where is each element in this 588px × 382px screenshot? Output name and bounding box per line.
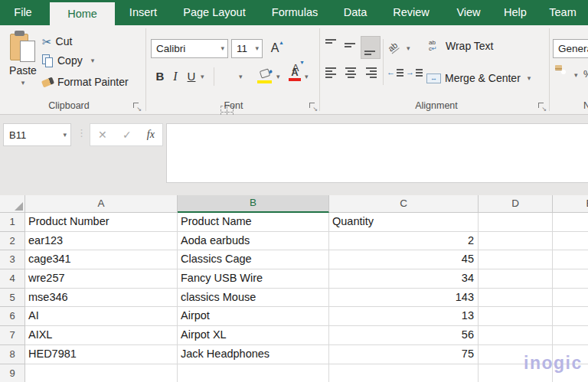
- bold-button[interactable]: B: [153, 67, 167, 86]
- underline-button[interactable]: U: [185, 67, 198, 86]
- fill-color-dropdown-arrow[interactable]: ▾: [276, 73, 280, 80]
- cell-d3[interactable]: [479, 250, 553, 269]
- cell-b1[interactable]: Product Name: [178, 213, 329, 232]
- cell-d1[interactable]: [479, 213, 553, 232]
- tab-file[interactable]: File: [14, 0, 31, 25]
- clipboard-dialog-launcher-icon[interactable]: ↘: [133, 103, 141, 110]
- cell-c7[interactable]: 56: [329, 326, 479, 345]
- cut-button[interactable]: ✂ Cut: [42, 33, 72, 50]
- tab-team[interactable]: Team: [549, 0, 576, 25]
- row-header[interactable]: 9: [0, 364, 25, 382]
- cell-e3[interactable]: [553, 250, 588, 269]
- column-header-e[interactable]: E: [553, 195, 588, 213]
- column-header-d[interactable]: D: [479, 195, 553, 213]
- cell-e2[interactable]: [553, 232, 588, 251]
- cell-d4[interactable]: [479, 269, 553, 289]
- font-name-combobox[interactable]: Calibri ▾: [151, 39, 228, 58]
- paste-button[interactable]: Paste ▾: [5, 31, 41, 95]
- row-header[interactable]: 1: [0, 213, 25, 232]
- column-header-c[interactable]: C: [329, 195, 479, 213]
- font-name-dropdown-arrow[interactable]: ▾: [217, 45, 227, 52]
- tab-page-layout[interactable]: Page Layout: [183, 0, 245, 25]
- cell-b4[interactable]: Fancy USB Wire: [178, 269, 329, 289]
- row-header[interactable]: 8: [0, 345, 25, 364]
- cell-c5[interactable]: 143: [329, 289, 479, 308]
- cell-d7[interactable]: [479, 326, 553, 345]
- tab-data[interactable]: Data: [344, 0, 368, 25]
- font-size-dropdown-arrow[interactable]: ▾: [252, 45, 262, 52]
- bottom-align-button-selected[interactable]: [361, 36, 381, 59]
- align-right-icon[interactable]: [364, 67, 377, 78]
- paste-dropdown-arrow[interactable]: ▾: [5, 80, 41, 87]
- row-header[interactable]: 5: [0, 289, 25, 308]
- column-header-b-selected[interactable]: B: [178, 195, 329, 213]
- copy-button[interactable]: Copy ▾: [42, 52, 94, 69]
- wrap-text-button[interactable]: ab c↵ Wrap Text: [429, 38, 494, 54]
- cell-a1[interactable]: Product Number: [25, 213, 178, 232]
- cell-c1[interactable]: Quantity: [329, 213, 479, 232]
- cell-b2[interactable]: Aoda earbuds: [178, 232, 329, 251]
- decrease-indent-button[interactable]: ←: [387, 68, 403, 77]
- formula-bar-resize-dots-icon[interactable]: ⋮: [77, 127, 87, 139]
- cell-d6[interactable]: [479, 307, 553, 326]
- cell-c4[interactable]: 34: [329, 269, 479, 289]
- cell-c8[interactable]: 75: [329, 345, 479, 364]
- cell-c9[interactable]: [329, 364, 479, 382]
- cell-d2[interactable]: [479, 232, 553, 251]
- cell-c2[interactable]: 2: [329, 232, 479, 251]
- row-header[interactable]: 4: [0, 269, 25, 289]
- accounting-dropdown-arrow[interactable]: ▾: [574, 72, 578, 79]
- cell-c6[interactable]: 13: [329, 307, 479, 326]
- number-format-combobox[interactable]: General: [553, 39, 588, 58]
- underline-dropdown-arrow[interactable]: ▾: [201, 73, 204, 80]
- cell-a4[interactable]: wre257: [25, 269, 178, 289]
- increase-indent-button[interactable]: →: [406, 68, 423, 77]
- font-size-combobox[interactable]: 11 ▾: [231, 39, 263, 58]
- cell-a2[interactable]: ear123: [25, 232, 178, 251]
- cell-e5[interactable]: [553, 289, 588, 308]
- borders-dropdown-arrow[interactable]: ▾: [239, 73, 243, 80]
- orientation-icon[interactable]: ab: [386, 41, 400, 54]
- top-align-icon[interactable]: [325, 39, 338, 51]
- row-header[interactable]: 3: [0, 250, 25, 269]
- font-dialog-launcher-icon[interactable]: ↘: [309, 103, 317, 110]
- font-color-button[interactable]: A: [289, 67, 301, 81]
- select-all-button[interactable]: [0, 195, 25, 213]
- format-painter-button[interactable]: Format Painter: [42, 73, 129, 90]
- insert-function-icon[interactable]: fx: [147, 129, 155, 141]
- cell-a5[interactable]: mse346: [25, 289, 178, 308]
- alignment-dialog-launcher-icon[interactable]: ↘: [538, 103, 546, 110]
- tab-home[interactable]: Home: [50, 2, 115, 25]
- copy-dropdown-arrow[interactable]: ▾: [91, 57, 95, 64]
- cell-a3[interactable]: cage341: [25, 250, 178, 269]
- cell-b6[interactable]: Airpot: [178, 307, 329, 326]
- cell-e4[interactable]: [553, 269, 588, 289]
- cell-d5[interactable]: [479, 289, 553, 308]
- row-header[interactable]: 2: [0, 232, 25, 251]
- percent-style-button[interactable]: %: [583, 68, 588, 80]
- name-box[interactable]: B11 ▾: [3, 123, 71, 146]
- cancel-icon[interactable]: ✕: [98, 129, 107, 141]
- cell-a9[interactable]: [25, 364, 178, 382]
- middle-align-icon[interactable]: [345, 39, 357, 51]
- row-header[interactable]: 7: [0, 326, 25, 345]
- align-left-icon[interactable]: [325, 67, 338, 78]
- tab-formulas[interactable]: Formulas: [272, 0, 318, 25]
- formula-bar-input[interactable]: [166, 123, 588, 183]
- align-center-icon[interactable]: [345, 67, 357, 78]
- cell-e6[interactable]: [553, 307, 588, 326]
- merge-center-dropdown-arrow[interactable]: ▾: [528, 75, 531, 82]
- cell-e1[interactable]: [553, 213, 588, 232]
- cell-a6[interactable]: AI: [25, 307, 178, 326]
- increase-font-size-button[interactable]: A ▲: [266, 39, 283, 57]
- fill-color-button[interactable]: [257, 67, 273, 83]
- cell-b8[interactable]: Jack Headphones: [178, 345, 329, 364]
- tab-view[interactable]: View: [456, 0, 480, 25]
- cell-b9[interactable]: [178, 364, 329, 382]
- merge-center-button[interactable]: ↔ Merge & Center ▾: [426, 70, 531, 87]
- cell-b3[interactable]: Classics Cage: [178, 250, 329, 269]
- cell-a7[interactable]: AIXL: [25, 326, 178, 345]
- column-header-a[interactable]: A: [25, 195, 178, 213]
- cell-b7[interactable]: Airpot XL: [178, 326, 329, 345]
- name-box-dropdown-arrow[interactable]: ▾: [59, 132, 70, 139]
